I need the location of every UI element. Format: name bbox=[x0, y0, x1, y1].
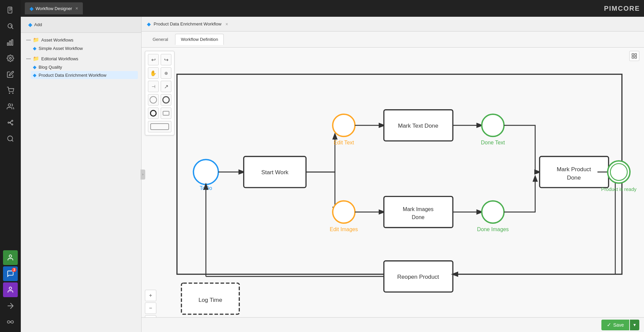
folder-icon2: 📁 bbox=[33, 56, 39, 62]
edit-images-label: Edit Images bbox=[330, 226, 358, 232]
top-bar: ◆ Workflow Designer × PIMCORE bbox=[21, 0, 644, 17]
save-label: Save bbox=[613, 322, 624, 328]
save-check-icon: ✓ bbox=[607, 322, 611, 328]
save-arrow-icon: ▼ bbox=[633, 323, 637, 327]
tree-asset-workflows-toggle[interactable]: — 📁 Asset Workflows bbox=[24, 36, 138, 44]
sidebar-item-blog-quality[interactable]: ◆ Blog Quality bbox=[31, 63, 138, 71]
workflow-diagram: Log Time ToDo Start Work Edit Text Mark … bbox=[142, 48, 644, 332]
sidebar-collapse-arrow[interactable]: › bbox=[141, 170, 145, 180]
workflow-canvas[interactable]: ↩ ↪ ✋ ⊕ ⊣ ↗ bbox=[142, 48, 644, 332]
mark-product-done-label: Mark Product bbox=[557, 166, 591, 173]
nav-infinity[interactable] bbox=[3, 315, 18, 329]
workflow-icon3: ◆ bbox=[33, 72, 37, 78]
main-content: ◆ Product Data Enrichment Workflow × Gen… bbox=[142, 17, 644, 332]
message-badge: 3 bbox=[12, 268, 16, 272]
select-tool[interactable]: ⊕ bbox=[161, 67, 171, 79]
start-work-label: Start Work bbox=[261, 169, 288, 176]
tab-icon: ◆ bbox=[30, 5, 34, 12]
svg-point-7 bbox=[8, 104, 11, 106]
nav-settings[interactable] bbox=[3, 51, 18, 66]
canvas-toolbar: ↩ ↪ ✋ ⊕ ⊣ ↗ bbox=[145, 51, 174, 135]
done-images-label: Done Images bbox=[477, 226, 509, 232]
asset-workflows-label: Asset Workflows bbox=[41, 38, 73, 43]
zoom-out-button[interactable]: − bbox=[145, 303, 156, 314]
svg-point-12 bbox=[9, 255, 11, 257]
nav-workflow[interactable] bbox=[3, 115, 18, 130]
svg-point-4 bbox=[9, 57, 11, 59]
connect-tool[interactable]: ⊣ bbox=[148, 81, 159, 92]
mark-text-done-label: Mark Text Done bbox=[398, 122, 438, 129]
left-icon-bar: 3 bbox=[0, 0, 21, 332]
pimcore-logo: PIMCORE bbox=[604, 5, 640, 12]
tab-general[interactable]: General bbox=[147, 34, 174, 45]
rounded-rect-tool[interactable] bbox=[148, 121, 171, 132]
workflow-icon: ◆ bbox=[33, 46, 37, 51]
sidebar: ◆ Add — 📁 Asset Workflows ◆ Simple Asset… bbox=[21, 17, 142, 332]
svg-text:Done: Done bbox=[567, 174, 581, 181]
collapse-icon: — bbox=[26, 37, 31, 43]
circle-bold-tool[interactable] bbox=[161, 94, 171, 106]
tree-editorial-workflows-toggle[interactable]: — 📁 Editorial Workflows bbox=[24, 54, 138, 63]
save-dropdown-button[interactable]: ▼ bbox=[630, 320, 639, 330]
content-tabs: General Workflow Definition bbox=[142, 31, 644, 48]
add-button[interactable]: ◆ Add bbox=[25, 20, 45, 29]
content-tab-close[interactable]: × bbox=[225, 21, 228, 27]
sidebar-header: ◆ Add bbox=[21, 17, 141, 33]
sidebar-tree: — 📁 Asset Workflows ◆ Simple Asset Workf… bbox=[21, 33, 141, 82]
sidebar-item-simple-asset-workflow[interactable]: ◆ Simple Asset Workflow bbox=[31, 44, 138, 52]
add-label: Add bbox=[34, 22, 42, 27]
content-tab-icon: ◆ bbox=[147, 21, 151, 27]
svg-text:Done: Done bbox=[412, 214, 425, 220]
edit-text-label: Edit Text bbox=[334, 140, 354, 145]
svg-rect-2 bbox=[9, 41, 11, 45]
collapse-icon2: — bbox=[26, 56, 31, 61]
nav-user2[interactable] bbox=[3, 282, 18, 297]
blog-quality-label: Blog Quality bbox=[39, 65, 62, 70]
arrow-tool[interactable]: ↗ bbox=[161, 81, 171, 92]
tab-label: Workflow Designer bbox=[36, 6, 72, 11]
nav-analytics[interactable] bbox=[3, 35, 18, 50]
save-bar: ✓ Save ▼ bbox=[142, 317, 644, 332]
pan-tool[interactable]: ✋ bbox=[148, 67, 159, 79]
svg-point-10 bbox=[12, 124, 13, 125]
nav-import[interactable] bbox=[3, 298, 18, 313]
log-time-label: Log Time bbox=[199, 296, 222, 303]
svg-point-33 bbox=[482, 201, 504, 223]
add-icon: ◆ bbox=[28, 21, 32, 28]
nav-search[interactable] bbox=[3, 131, 18, 146]
svg-rect-3 bbox=[12, 40, 13, 46]
nav-document[interactable] bbox=[3, 3, 18, 17]
nav-messages[interactable]: 3 bbox=[3, 266, 18, 281]
redo-button[interactable]: ↪ bbox=[161, 54, 171, 65]
workflow-designer-tab[interactable]: ◆ Workflow Designer × bbox=[25, 2, 83, 14]
nav-search-pencil[interactable] bbox=[3, 19, 18, 34]
nav-shop[interactable] bbox=[3, 83, 18, 98]
svg-point-11 bbox=[8, 136, 13, 141]
content-tab-label: Product Data Enrichment Workflow bbox=[154, 21, 221, 26]
svg-point-28 bbox=[333, 201, 355, 223]
mark-images-done-label: Mark Images bbox=[403, 206, 434, 212]
circle-tool[interactable] bbox=[148, 94, 159, 106]
nav-edit[interactable] bbox=[3, 67, 18, 82]
circle-filled-tool[interactable] bbox=[148, 108, 159, 119]
product-data-label: Product Data Enrichment Workflow bbox=[39, 73, 106, 78]
svg-point-8 bbox=[8, 122, 9, 123]
simple-asset-label: Simple Asset Workflow bbox=[39, 46, 83, 51]
nav-user-profile[interactable] bbox=[3, 250, 18, 265]
product-ready-label: Product is ready bbox=[601, 187, 637, 192]
svg-rect-1 bbox=[7, 43, 9, 45]
tab-workflow-definition[interactable]: Workflow Definition bbox=[175, 34, 224, 45]
zoom-in-button[interactable]: + bbox=[145, 290, 156, 301]
undo-button[interactable]: ↩ bbox=[148, 54, 159, 65]
workflow-icon2: ◆ bbox=[33, 64, 37, 70]
editorial-workflows-label: Editorial Workflows bbox=[41, 56, 78, 61]
svg-point-5 bbox=[9, 93, 10, 93]
nav-users[interactable] bbox=[3, 99, 18, 114]
svg-point-9 bbox=[12, 120, 13, 122]
save-button[interactable]: ✓ Save bbox=[601, 320, 629, 330]
reopen-product-label: Reopen Product bbox=[397, 273, 439, 280]
rect-tool[interactable] bbox=[161, 108, 171, 119]
svg-point-23 bbox=[333, 114, 355, 136]
sidebar-item-product-data-enrichment[interactable]: ◆ Product Data Enrichment Workflow bbox=[31, 71, 138, 79]
tab-close[interactable]: × bbox=[75, 6, 78, 11]
